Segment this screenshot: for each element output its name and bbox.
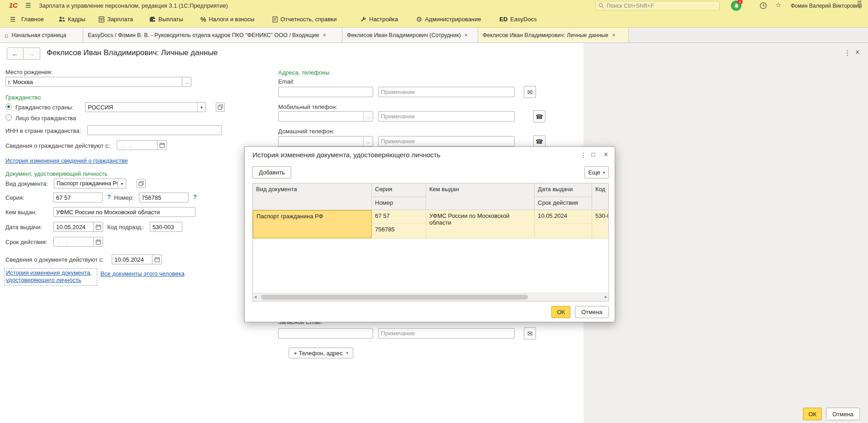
table-cell-number[interactable]: 756785	[372, 224, 426, 238]
table-cell-issued-by[interactable]: УФМС России по Московской области	[426, 210, 535, 238]
menu-item-zarplata[interactable]: Зарплата	[99, 11, 133, 27]
current-user[interactable]: Фомин Валерий Викторович	[791, 3, 862, 9]
scrollbar-thumb[interactable]	[261, 295, 528, 300]
stateless-radio-label: Лицо без гражданства	[15, 115, 76, 122]
inn-input[interactable]	[87, 125, 222, 135]
tab-close-icon[interactable]: ×	[323, 32, 326, 38]
menu-item-otchetnost[interactable]: Отчетность, справки	[272, 11, 337, 27]
citizenship-valid-from-input[interactable]	[117, 140, 157, 150]
doc-valid-from-input[interactable]	[112, 254, 152, 264]
all-docs-link[interactable]: Все документы этого человека	[100, 270, 185, 277]
citizenship-country-open-button[interactable]	[216, 103, 225, 112]
tab-employee[interactable]: Феклисов Иван Владимирович (Сотрудник) ×	[342, 28, 478, 42]
mobile-note-input[interactable]	[378, 111, 515, 122]
backup-email-note-input[interactable]	[378, 328, 515, 338]
citizenship-country-radio[interactable]	[5, 103, 12, 110]
backup-email-input[interactable]	[278, 328, 373, 338]
favorites-star-icon[interactable]: ☆	[775, 1, 781, 9]
home-phone-note-input[interactable]	[378, 136, 515, 146]
menu-item-kadry[interactable]: Кадры	[58, 11, 85, 27]
number-label: Номер:	[114, 194, 134, 201]
main-menu-icon[interactable]: ☰	[25, 2, 31, 9]
history-icon[interactable]	[759, 2, 767, 9]
menu-item-easydocs[interactable]: ED EasyDocs	[499, 11, 537, 27]
tab-easydocs-inbox[interactable]: EasyDocs / Фомин В. В. - Руководитель от…	[83, 28, 342, 42]
menu-label: Кадры	[68, 16, 85, 23]
menu-item-nalogi[interactable]: % Налоги и взносы	[200, 11, 255, 27]
table-cell-expiry[interactable]	[535, 224, 592, 238]
birthplace-input[interactable]	[5, 77, 182, 87]
issue-date-calendar-button[interactable]	[93, 222, 103, 232]
doc-kind-open-button[interactable]	[137, 179, 146, 188]
global-search[interactable]: Поиск Ctrl+Shift+F	[595, 1, 720, 10]
chevron-down-icon[interactable]: ▾	[197, 103, 205, 112]
doc-kind-combo[interactable]: Паспорт гражданина РФ ▾	[54, 179, 126, 188]
table-hscrollbar[interactable]: ◂ ▸	[253, 293, 608, 301]
dialog-more-icon[interactable]: ⋮	[580, 151, 587, 159]
mobile-call-button[interactable]: ☎	[533, 110, 545, 122]
sections-menu-icon[interactable]: ☰	[10, 16, 16, 23]
mobile-input[interactable]: ...	[278, 111, 373, 122]
back-arrow-icon: ←	[12, 50, 19, 57]
dept-code-input[interactable]	[150, 222, 182, 232]
dialog-ok-button[interactable]: ОК	[551, 306, 570, 318]
doc-history-link[interactable]: История изменения документа, удостоверяю…	[4, 268, 97, 286]
tab-personal-data[interactable]: Феклисов Иван Владимирович: Личные данны…	[478, 28, 629, 42]
dialog-cancel-button[interactable]: Отмена	[575, 306, 609, 318]
tab-home[interactable]: ⌂ Начальная страница	[0, 28, 83, 42]
table-cell-code[interactable]: 530-003	[592, 210, 608, 238]
dialog-close-icon[interactable]: ×	[604, 150, 608, 159]
form-ok-button[interactable]: ОК	[803, 408, 822, 420]
app-window: 1С ☰ Зарплата и управление персоналом, р…	[0, 0, 868, 423]
user-menu-icon[interactable]: ☰ ▾	[857, 1, 862, 10]
series-help-icon[interactable]: ?	[107, 193, 111, 200]
contacts-header: Адреса, телефоны	[278, 69, 330, 76]
chevron-down-icon[interactable]: ▾	[118, 179, 126, 188]
menu-item-glavnoe[interactable]: Главное	[21, 11, 44, 27]
backup-email-send-button[interactable]: ✉	[524, 327, 536, 339]
table-cell-issue-date[interactable]: 10.05.2024	[535, 210, 592, 224]
home-phone-label: Домашний телефон:	[278, 128, 334, 135]
form-more-icon[interactable]: ⋮	[844, 49, 851, 57]
col-header-issue-date: Дата выдачи	[535, 183, 592, 197]
stateless-radio[interactable]	[5, 114, 12, 121]
menu-item-vyplaty[interactable]: Выплаты	[149, 11, 183, 27]
back-button[interactable]: ←	[7, 47, 24, 60]
form-close-icon[interactable]: ×	[855, 48, 859, 56]
doc-valid-from-calendar-button[interactable]	[152, 254, 162, 264]
tab-close-icon[interactable]: ×	[465, 32, 468, 38]
citizenship-valid-from-calendar-button[interactable]	[157, 140, 167, 150]
ellipsis-icon[interactable]: ...	[363, 112, 373, 121]
table-cell-series[interactable]: 67 57	[372, 210, 426, 224]
home-phone-call-button[interactable]: ☎	[533, 135, 545, 147]
menu-item-administrirovanie[interactable]: ⚙ Администрирование	[416, 11, 481, 27]
tab-close-icon[interactable]: ×	[612, 32, 616, 38]
citizenship-country-combo[interactable]: РОССИЯ ▾	[85, 102, 206, 112]
email-send-button[interactable]: ✉	[524, 86, 536, 98]
ellipsis-icon[interactable]: ...	[363, 136, 373, 146]
email-note-input[interactable]	[378, 87, 515, 97]
number-input[interactable]	[139, 193, 189, 202]
add-contact-button[interactable]: + Телефон, адрес ▾	[289, 348, 353, 358]
dialog-maximize-icon[interactable]: □	[591, 151, 595, 158]
report-icon	[272, 16, 278, 23]
tab-label: EasyDocs / Фомин В. В. - Руководитель от…	[88, 32, 319, 38]
series-input[interactable]	[53, 193, 103, 202]
issue-date-input[interactable]	[53, 222, 94, 232]
dialog-add-button[interactable]: Добавить	[252, 166, 291, 179]
scroll-right-icon[interactable]: ▸	[605, 294, 607, 299]
issued-by-input[interactable]	[53, 207, 195, 217]
menu-item-nastroyka[interactable]: Настройка	[360, 11, 398, 27]
home-phone-input[interactable]: ...	[278, 136, 373, 146]
number-help-icon[interactable]: ?	[193, 193, 197, 200]
expiry-input[interactable]	[53, 237, 94, 247]
citizenship-history-link[interactable]: История изменения сведений о гражданстве	[5, 157, 128, 164]
scroll-left-icon[interactable]: ◂	[254, 294, 256, 299]
expiry-calendar-button[interactable]	[93, 237, 103, 247]
table-cell-doc-kind[interactable]: Паспорт гражданина РФ	[253, 210, 372, 238]
birthplace-picker-button[interactable]: ...	[182, 77, 191, 87]
notifications-button[interactable]: 1	[731, 0, 741, 11]
form-cancel-button[interactable]: Отмена	[826, 408, 860, 420]
dialog-more-button[interactable]: Еще ▾	[584, 166, 609, 179]
email-input[interactable]	[278, 87, 373, 97]
